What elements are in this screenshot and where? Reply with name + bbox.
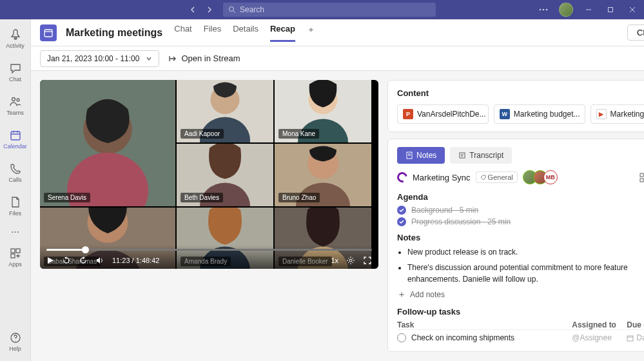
play-button[interactable] xyxy=(46,257,54,264)
svg-rect-43 xyxy=(640,179,643,182)
transcript-tab[interactable]: Transcript xyxy=(450,147,512,164)
tasks-heading: Follow-up tasks xyxy=(397,307,644,317)
rewind-button[interactable] xyxy=(62,256,71,265)
stream-icon xyxy=(168,54,177,63)
calendar-icon xyxy=(40,24,57,41)
col-task: Task xyxy=(397,320,572,329)
volume-button[interactable] xyxy=(95,256,104,265)
svg-point-5 xyxy=(12,98,15,101)
window-minimize[interactable] xyxy=(582,3,595,16)
add-tab[interactable]: ＋ xyxy=(307,24,315,42)
window-close[interactable] xyxy=(626,3,639,16)
rail-chat[interactable]: Chat xyxy=(0,59,31,85)
svg-rect-7 xyxy=(11,132,20,140)
forward-button[interactable] xyxy=(79,256,88,265)
window-maximize[interactable] xyxy=(604,3,617,16)
check-icon xyxy=(397,217,406,226)
open-in-stream[interactable]: Open in Stream xyxy=(168,54,240,63)
add-task[interactable]: ＋Add a task xyxy=(397,349,644,352)
participant-tile: Serena Davis xyxy=(40,80,175,206)
tag-general[interactable]: General xyxy=(476,171,518,183)
svg-rect-10 xyxy=(11,254,15,258)
rail-activity[interactable]: Activity xyxy=(0,26,31,52)
tab-details[interactable]: Details xyxy=(233,24,259,42)
notes-card: Notes Transcript Marketing Sync General … xyxy=(387,139,644,352)
recording-player[interactable]: Serena Davis Aadi Kapoor Mona Kane Beth … xyxy=(40,80,378,269)
search-icon xyxy=(228,6,236,14)
seek-bar[interactable] xyxy=(46,249,372,251)
tab-recap[interactable]: Recap xyxy=(270,24,295,42)
file-chip[interactable]: WMarketing budget... xyxy=(494,104,585,124)
rail-help[interactable]: Help xyxy=(0,329,31,355)
task-due[interactable]: Date xyxy=(627,333,644,342)
task-assignee[interactable]: @Assignee xyxy=(572,333,627,342)
svg-point-6 xyxy=(17,99,19,101)
nav-forward[interactable] xyxy=(202,3,217,17)
col-due: Due date xyxy=(627,320,644,329)
more-icon[interactable] xyxy=(537,3,550,16)
participant-tile: Aadi Kapoor xyxy=(177,80,273,142)
components-icon[interactable] xyxy=(639,173,644,182)
powerpoint-icon: P xyxy=(403,109,413,119)
date-picker[interactable]: Jan 21, 2023 10:00 - 11:00 xyxy=(40,50,159,67)
svg-point-0 xyxy=(229,7,234,12)
file-chip[interactable]: ▶Marketing demo... xyxy=(590,104,644,124)
svg-rect-40 xyxy=(460,153,465,158)
search-input[interactable]: Search xyxy=(223,3,436,17)
check-icon xyxy=(397,206,406,215)
word-icon: W xyxy=(500,109,510,119)
agenda-item[interactable]: Progress discussion - 25 min xyxy=(397,217,644,226)
calendar-icon xyxy=(627,335,634,342)
svg-point-38 xyxy=(349,259,352,262)
search-placeholder: Search xyxy=(240,5,264,14)
add-notes[interactable]: ＋Add notes xyxy=(397,289,644,300)
file-chip[interactable]: PVanArsdelPitchDe... xyxy=(397,104,489,124)
task-radio[interactable] xyxy=(397,333,406,342)
rail-calendar[interactable]: Calendar xyxy=(0,126,31,152)
agenda-heading: Agenda xyxy=(397,192,644,202)
task-row[interactable]: Check on incoming shipments @Assignee Da… xyxy=(397,329,644,346)
svg-rect-12 xyxy=(44,30,52,37)
user-avatar[interactable] xyxy=(559,3,573,17)
time-display: 11:23 / 1:48:42 xyxy=(112,257,159,264)
agenda-item[interactable]: Background - 5 min xyxy=(397,206,644,215)
video-icon: ▶ xyxy=(596,109,607,119)
note-item[interactable]: There's discussion around potential comm… xyxy=(407,262,644,285)
svg-point-1 xyxy=(540,9,542,11)
content-title: Content xyxy=(397,88,429,98)
sync-title: Marketing Sync xyxy=(413,173,471,182)
rail-more[interactable]: ⋯ xyxy=(11,227,19,237)
svg-rect-4 xyxy=(609,8,613,12)
svg-point-2 xyxy=(543,9,545,11)
content-card: Content See all PVanArsdelPitchDe... WMa… xyxy=(387,80,644,132)
notes-tab[interactable]: Notes xyxy=(397,147,445,164)
rail-teams[interactable]: Teams xyxy=(0,93,31,119)
notes-heading: Notes xyxy=(397,233,644,242)
rail-files[interactable]: Files xyxy=(0,193,31,219)
tab-chat[interactable]: Chat xyxy=(174,24,191,42)
chevron-down-icon xyxy=(146,55,152,62)
svg-rect-41 xyxy=(640,173,643,177)
page-title: Marketing meetings xyxy=(66,27,162,39)
note-item[interactable]: New product release is on track. xyxy=(407,246,644,258)
svg-rect-48 xyxy=(627,336,633,341)
participant-tile: Bruno Zhao xyxy=(275,144,371,206)
svg-point-3 xyxy=(546,9,548,11)
date-range: Jan 21, 2023 10:00 - 11:00 xyxy=(47,54,139,63)
loop-icon xyxy=(395,170,409,184)
fullscreen-button[interactable] xyxy=(363,256,372,265)
participant-tile: Mona Kane xyxy=(275,80,371,142)
col-assigned: Assigned to xyxy=(572,320,627,329)
nav-back[interactable] xyxy=(186,3,200,17)
participant-tile: Beth Davies xyxy=(177,144,273,206)
svg-rect-8 xyxy=(11,249,15,253)
close-button[interactable]: Close xyxy=(627,24,644,41)
tab-files[interactable]: Files xyxy=(204,24,221,42)
presence-avatars[interactable]: MB xyxy=(523,170,558,184)
svg-rect-9 xyxy=(16,249,20,253)
rail-calls[interactable]: Calls xyxy=(0,160,31,186)
settings-button[interactable] xyxy=(346,256,355,265)
speed-button[interactable]: 1x xyxy=(331,257,338,264)
rail-apps[interactable]: Apps xyxy=(0,244,31,270)
app-rail: Activity Chat Teams Calendar Calls Files… xyxy=(0,19,31,361)
